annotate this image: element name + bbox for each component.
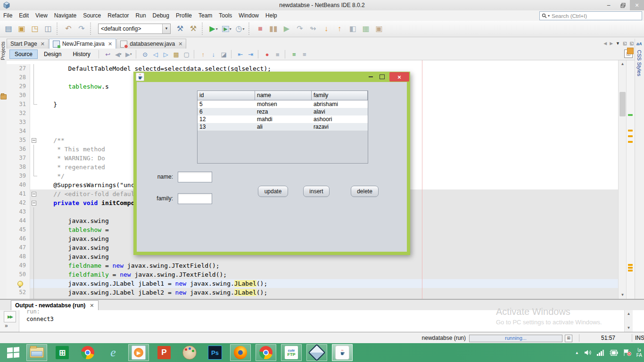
- paint[interactable]: [179, 344, 200, 361]
- open-project-button[interactable]: ◳: [29, 23, 41, 35]
- file-explorer[interactable]: [26, 344, 47, 361]
- cuteftp[interactable]: cuteFTP: [281, 344, 302, 361]
- stripe-mark[interactable]: [628, 130, 633, 132]
- menu-edit[interactable]: Edit: [16, 11, 32, 21]
- family-field[interactable]: [178, 193, 212, 204]
- powerpoint[interactable]: P: [154, 344, 174, 361]
- record-macro-button[interactable]: ●: [263, 49, 272, 59]
- step-over-expression-button[interactable]: ↬: [307, 23, 319, 35]
- media-player[interactable]: ▶: [128, 344, 149, 361]
- menu-run[interactable]: Run: [132, 11, 149, 21]
- code-line[interactable]: 49 fieldname = new javax.swing.JTextFiel…: [7, 261, 619, 270]
- build-project-button[interactable]: ⚒: [174, 23, 186, 35]
- uncomment-button[interactable]: ≡: [300, 49, 309, 59]
- code-line[interactable]: 50 fieldfamily = new javax.swing.JTextFi…: [7, 270, 619, 279]
- output-tab[interactable]: Output - newdatabse (run) ✕: [11, 300, 99, 311]
- clean-build-project-button[interactable]: ⚒: [187, 23, 199, 35]
- step-out-button[interactable]: ↑: [333, 23, 346, 35]
- scroll-down-icon[interactable]: ▼: [619, 291, 627, 299]
- volume-icon[interactable]: [584, 349, 592, 356]
- shift-left-button[interactable]: ⇤: [236, 49, 245, 59]
- menu-help[interactable]: Help: [262, 11, 281, 21]
- code-line[interactable]: 52 javax.swing.JLabel jLabel2 = new java…: [7, 288, 619, 297]
- insert-button[interactable]: insert: [303, 186, 330, 197]
- menu-debug[interactable]: Debug: [149, 11, 173, 21]
- rerun-button[interactable]: ▶▶: [4, 311, 16, 322]
- editor-vertical-scrollbar[interactable]: ▲ ▼: [618, 60, 627, 299]
- continue-button[interactable]: ▶: [281, 23, 293, 35]
- close-tab-icon[interactable]: ✕: [178, 41, 182, 47]
- debug-project-button[interactable]: ▶▾: [221, 23, 233, 35]
- language-indicator[interactable]: فا FA: [636, 347, 642, 358]
- process-window-icon[interactable]: ⊞: [565, 335, 572, 342]
- float-window-icon[interactable]: ◱: [623, 41, 627, 46]
- column-header-family[interactable]: family: [312, 91, 368, 100]
- menu-team[interactable]: Team: [195, 11, 215, 21]
- battery-icon[interactable]: [610, 350, 618, 356]
- fold-collapse-icon[interactable]: [32, 138, 36, 143]
- chrome-2[interactable]: [256, 344, 276, 361]
- restore-button[interactable]: [616, 0, 630, 10]
- app-minimize-button[interactable]: [365, 73, 376, 81]
- next-bookmark-button[interactable]: ↓: [209, 49, 218, 59]
- output-more-icon[interactable]: »: [5, 322, 8, 329]
- chevron-down-icon[interactable]: ▾: [162, 24, 170, 33]
- scroll-up-icon[interactable]: ▲: [625, 310, 633, 318]
- firefox[interactable]: [230, 344, 251, 361]
- close-tab-icon[interactable]: ✕: [90, 303, 94, 309]
- previous-bookmark-button[interactable]: ↑: [198, 49, 208, 59]
- hint-bulb-icon[interactable]: [17, 281, 23, 287]
- close-tab-icon[interactable]: ✕: [108, 41, 112, 47]
- start-button[interactable]: [2, 344, 25, 361]
- error-stripe[interactable]: [626, 60, 635, 299]
- java-app[interactable]: [332, 344, 353, 361]
- view-button-design[interactable]: Design: [39, 49, 66, 59]
- quick-search[interactable]: ▾ Search (Ctrl+I): [539, 11, 642, 20]
- table-row[interactable]: 13alirazavi: [198, 123, 368, 131]
- find-previous-button[interactable]: ◁: [151, 49, 160, 59]
- view-button-history[interactable]: History: [67, 49, 95, 59]
- back-button[interactable]: ◀▾: [114, 49, 123, 59]
- scroll-down-icon[interactable]: ▼: [625, 324, 633, 332]
- toggle-highlight-button[interactable]: ▩: [172, 49, 181, 59]
- apply-code-changes-button[interactable]: ▦: [360, 23, 372, 35]
- scroll-tabs-right-icon[interactable]: ▶: [610, 41, 613, 46]
- redo-button[interactable]: ↷: [75, 23, 88, 35]
- app-maximize-button[interactable]: [376, 73, 388, 81]
- column-header-id[interactable]: id: [198, 91, 255, 100]
- table-row[interactable]: 12mahdiashoori: [198, 115, 368, 123]
- tab-newjframe-java[interactable]: NewJFrame.java✕: [49, 39, 116, 49]
- windows-store[interactable]: ⊞: [52, 344, 73, 361]
- network-icon[interactable]: [597, 350, 604, 356]
- scroll-up-icon[interactable]: ▲: [619, 60, 627, 68]
- tab-start-page[interactable]: Start Page✕: [7, 39, 49, 49]
- menu-view[interactable]: View: [32, 11, 51, 21]
- table-row[interactable]: 5mohsenabrishami: [198, 100, 368, 108]
- tab-list-dropdown-icon[interactable]: ▼: [616, 41, 620, 46]
- internet-explorer[interactable]: e: [103, 344, 124, 361]
- pause-button[interactable]: ▮▮: [267, 23, 280, 35]
- view-button-source[interactable]: Source: [9, 49, 38, 59]
- app-frame[interactable]: × idnamefamily 5mohsenabrishami6rezaalav…: [133, 72, 410, 255]
- shift-right-button[interactable]: ⇥: [246, 49, 256, 59]
- step-over-button[interactable]: ↷: [294, 23, 306, 35]
- stripe-mark[interactable]: [628, 267, 633, 269]
- menu-navigate[interactable]: Navigate: [51, 11, 80, 21]
- new-file-button[interactable]: ▤: [2, 23, 15, 35]
- menu-tools[interactable]: Tools: [215, 11, 235, 21]
- scroll-tabs-left-icon[interactable]: ◀: [603, 41, 607, 46]
- table-row[interactable]: 6rezaalavi: [198, 108, 368, 115]
- find-next-button[interactable]: ▷: [161, 49, 171, 59]
- menu-profile[interactable]: Profile: [173, 11, 195, 21]
- stripe-mark[interactable]: [628, 141, 633, 143]
- stripe-mark[interactable]: [628, 264, 633, 266]
- column-header-name[interactable]: name: [255, 91, 312, 100]
- fold-collapse-icon[interactable]: [32, 192, 36, 197]
- css-styles-panel-tab[interactable]: CSS Styles: [636, 50, 642, 76]
- action-center-flag-icon[interactable]: [623, 349, 631, 356]
- stripe-mark[interactable]: [628, 114, 633, 116]
- projects-panel-tab[interactable]: Projects: [0, 41, 7, 60]
- progress-bar[interactable]: running...: [469, 335, 562, 342]
- hidden-icons-chevron-icon[interactable]: ▲: [575, 351, 579, 355]
- close-button[interactable]: ×: [630, 0, 644, 10]
